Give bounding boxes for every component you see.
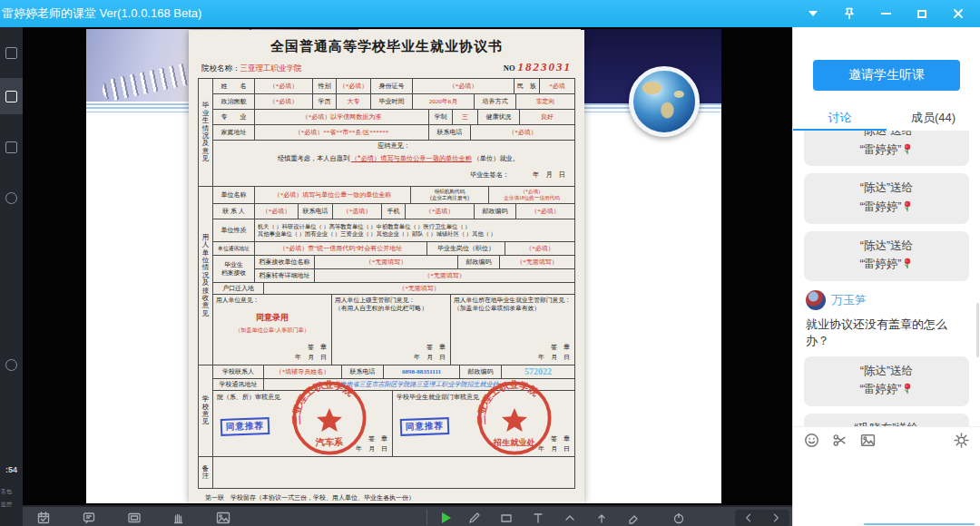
section-label-employer: 用人单位情况及接收意见	[199, 187, 213, 365]
screen-share-icon[interactable]	[127, 511, 142, 525]
eraser-icon[interactable]	[626, 511, 641, 525]
minimize-button[interactable]	[878, 6, 893, 21]
chat-sidebar: 邀请学生听课 讨论 成员(44) “陈达”送给 “雷婷婷” “陈达”送给 “雷婷…	[792, 27, 980, 526]
field-value: （*必填）以学信网数据为准	[255, 110, 429, 124]
window-controls	[806, 6, 980, 21]
field-value: （*必填）填写与单位公章一致的单位全称	[255, 187, 411, 203]
field-label: 学历	[313, 94, 337, 109]
field-label: 手机	[382, 204, 406, 219]
field-value: （*选填）	[406, 204, 475, 219]
employ-approved-text: 同意录用	[216, 313, 328, 324]
field-label: 单位通讯地址	[213, 242, 255, 255]
pointer-icon[interactable]	[442, 512, 451, 523]
field-value: （*必填）	[505, 242, 574, 255]
close-button[interactable]	[951, 6, 965, 21]
pen-icon[interactable]	[467, 511, 482, 525]
field-label: 户口迁入地	[213, 283, 264, 294]
employment-agreement-document: 全国普通高等学校毕业生就业协议书 院校名称： 三亚理工职业学院 NO182303…	[189, 30, 584, 503]
field-value: （*无需填写）	[264, 283, 574, 294]
field-label: 联系电话	[299, 204, 333, 219]
gift-message: “巩晓东”送给 “雷婷婷”	[804, 414, 969, 426]
chevron-down-icon[interactable]	[806, 6, 820, 21]
local-authority-opinion-cell: 用人单位所在地毕业生就业主管部门意见：（加盖单位公章或招录章有效） 签 章年 月…	[451, 295, 574, 365]
field-value: （*必填）	[471, 125, 574, 140]
rail-tool-2-active[interactable]	[0, 78, 23, 114]
emoji-icon[interactable]	[804, 433, 819, 448]
field-value: （*必填）	[255, 94, 313, 109]
field-value: 三	[453, 110, 478, 124]
avatar	[806, 290, 826, 310]
field-label: 学校联系人	[213, 365, 264, 378]
maximize-button[interactable]	[915, 6, 929, 21]
field-value: （*必填）	[413, 79, 514, 93]
rose-icon	[902, 200, 913, 219]
gift-message: “陈达”送给 “雷婷婷”	[804, 231, 969, 281]
field-label: 档案转寄详细地址	[255, 269, 315, 282]
employment-office-review-cell: 学校毕业生就业部门审核意见 同意推荐 三亚理工职业学院 招生就业处 签 章年 月	[393, 391, 574, 456]
caret-up-icon[interactable]	[563, 511, 577, 525]
field-label: 培养方式	[475, 94, 516, 109]
presentation-stage: 全国普通高等学校毕业生就业协议书 院校名称： 三亚理工职业学院 NO182303…	[23, 27, 792, 505]
tab-members[interactable]: 成员(44)	[887, 105, 980, 131]
field-value: 非定向	[516, 94, 574, 109]
chat-scrollbar[interactable]	[976, 303, 979, 357]
field-value: （*必填）	[337, 79, 371, 93]
section-label-graduate: 毕业生情况及意见	[199, 79, 213, 186]
rail-tool-1[interactable]	[0, 34, 23, 71]
red-seal-auto-dept: 三亚理工职业学院 汽车系	[291, 380, 368, 456]
field-value: （*无需填写）	[315, 256, 458, 268]
chat-input[interactable]	[793, 453, 980, 526]
user-message-text: 就业协议还没有盖章的怎么办？	[806, 317, 967, 349]
document-title: 全国普通高等学校毕业生就业协议书	[198, 30, 575, 55]
supervisor-opinion-cell: 用人单位上级主管部门意见： （有用人自主权的单位此栏可略） 签 章年 月 日	[332, 295, 451, 365]
gift-message: “陈达”送给 “雷婷婷”	[804, 356, 969, 406]
agreement-table: 毕业生情况及意见 姓 名 （*必填） 性别 （*必填） 身份证号 （*必填） 民…	[198, 78, 575, 489]
tab-discussion[interactable]: 讨论	[793, 105, 887, 131]
document-footer-copy: 第一联 学校留存（本协议一式三份，学校、用人单位、毕业生各执一份）	[205, 493, 575, 502]
school-name-label: 院校名称：	[201, 63, 240, 74]
rail-tool-4[interactable]	[0, 180, 23, 216]
school-phone-value: 0898-88351111	[384, 365, 460, 378]
invite-students-button[interactable]: 邀请学生听课	[813, 60, 960, 91]
image-icon[interactable]	[860, 433, 876, 448]
recommend-stamp-blue: 同意推荐	[220, 417, 270, 436]
remarks-empty-cell	[213, 457, 574, 488]
field-value: （*无需填写）	[315, 269, 574, 282]
shape-icon[interactable]	[499, 511, 514, 525]
gear-icon[interactable]	[954, 433, 969, 448]
field-value: 大专	[337, 94, 371, 109]
field-label: 学校通讯地址	[213, 379, 264, 390]
field-label: 民 族	[514, 79, 540, 93]
bottom-toolbar	[23, 505, 792, 526]
scissors-icon[interactable]	[832, 433, 848, 448]
svg-text:招生就业处: 招生就业处	[493, 438, 535, 447]
notes-icon[interactable]	[82, 511, 96, 525]
rail-tool-5[interactable]	[0, 346, 23, 383]
field-label: 毕业时间	[371, 94, 413, 109]
next-page-icon[interactable]	[770, 512, 781, 523]
org-code-value: （*必填） 企业填18位统一信用代码	[489, 187, 574, 203]
field-label: 性别	[313, 79, 337, 93]
power-icon[interactable]	[671, 511, 686, 525]
section-label-school: 学校意见	[199, 365, 213, 456]
rail-tool-3[interactable]	[0, 129, 23, 165]
field-label: 学制	[429, 110, 453, 124]
task-icon[interactable]	[36, 511, 51, 525]
field-value: （*无需填写）	[500, 256, 574, 268]
prev-page-icon[interactable]	[743, 512, 754, 523]
field-label: 毕业生岗位（职位）	[427, 242, 505, 255]
field-label: 联系电话	[429, 125, 471, 140]
field-label: 档案接收单位名称	[255, 256, 315, 268]
field-label: 家庭地址	[213, 125, 255, 140]
snapshot-icon[interactable]	[216, 511, 230, 525]
raise-hand-icon[interactable]	[171, 511, 185, 525]
upload-icon[interactable]	[594, 511, 609, 525]
user-name: 万玉笋	[831, 292, 867, 308]
graduate-sign-label: 毕业生签名：	[470, 171, 509, 179]
org-code-label: 组织机构代码 (企业工商注册号)	[411, 187, 489, 203]
rose-icon	[902, 257, 913, 276]
rail-icon	[5, 141, 17, 153]
text-tool-icon[interactable]	[531, 511, 545, 525]
pin-icon[interactable]	[842, 6, 857, 21]
rose-icon	[902, 382, 913, 401]
